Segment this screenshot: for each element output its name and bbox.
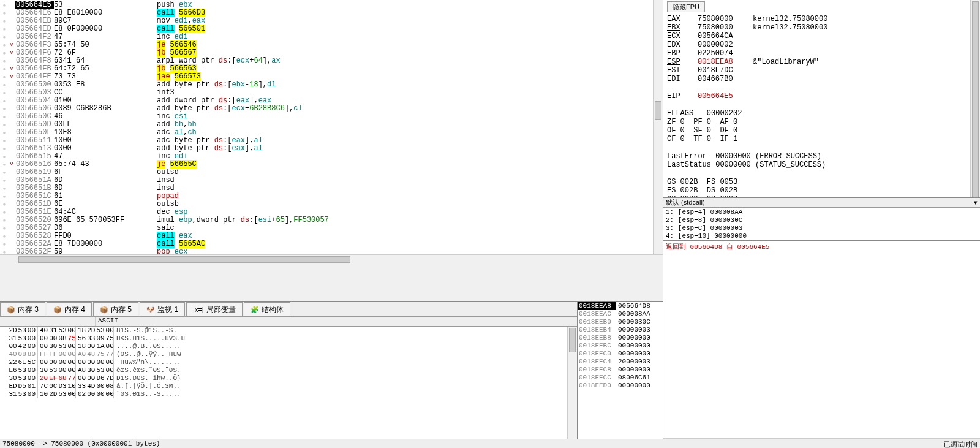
arg-row[interactable]: 4: [esp+10] 00000000 [666,232,978,240]
breakpoint-gutter[interactable]: ● [0,97,9,105]
breakpoint-gutter[interactable]: ● [0,89,9,97]
disasm-row[interactable]: ●0056650F10E8adc al,ch [0,129,653,137]
disasm-row[interactable]: ●00566503CCint3 [0,89,653,97]
disasm-row[interactable]: ●005665060089 C6B8286Badd byte ptr ds:[e… [0,105,653,113]
stack-row[interactable]: 0018EEB400000003 [578,326,663,334]
disasm-row[interactable]: ●005664EDE8 0F000000call 566501 [0,25,653,33]
disasm-row[interactable]: ●v005664F672 6Fjb 566567 [0,49,653,57]
stack-row[interactable]: 0018EEC000000000 [578,350,663,358]
register-row[interactable]: EAX75080000kernel32.75080000 [667,15,967,23]
memory-row[interactable]: 2D530040315300182D530081S.-S.@1S..-S. [0,327,567,335]
disasm-row[interactable]: ●v005664FE73 73jae 566573 [0,73,653,81]
register-eip[interactable]: EIP005664E5 [667,92,967,101]
arg-row[interactable]: 1: [esp+4] 000008AA [666,208,978,216]
disasm-row[interactable]: ●00566527D6salc [0,224,653,232]
disasm-row[interactable]: ●0056652F59pop ecx [0,248,653,254]
tab[interactable]: 📦内存 5 [93,302,138,316]
breakpoint-gutter[interactable]: ● [0,137,9,145]
stack-row[interactable]: 0018EEC420000003 [578,358,663,366]
disasm-row[interactable]: ●0056651C61popad [0,192,653,200]
memory-dump[interactable]: 2D530040315300182D530081S.-S.@1S..-S.315… [0,327,567,448]
breakpoint-gutter[interactable]: ● [0,33,9,41]
stack-row[interactable]: 0018EEA8005664D8 [578,302,663,310]
breakpoint-gutter[interactable]: ● [0,169,9,177]
disasm-row[interactable]: ●0056650C46inc esi [0,113,653,121]
disasm-row[interactable]: ●005664F247inc edi [0,33,653,41]
breakpoint-gutter[interactable]: ● [0,9,9,17]
disasm-row[interactable]: ●0056651547inc edi [0,153,653,161]
disasm-row[interactable]: ●005665196Foutsd [0,169,653,177]
tab[interactable]: 📦内存 3 [0,302,45,316]
memory-row[interactable]: 226E5C0000000000000000 Huw%"n\........ [0,359,567,366]
disasm-row[interactable]: ●005665000053 E8add byte ptr ds:[ebx-18]… [0,81,653,89]
disasm-row[interactable]: ●v005664F365:74 50je 566546 [0,41,653,49]
regs-vscroll[interactable] [970,0,980,197]
register-row[interactable]: ECX005664CA [667,32,967,40]
breakpoint-gutter[interactable]: ● [0,224,9,232]
breakpoint-gutter[interactable]: ● [0,240,9,248]
breakpoint-gutter[interactable]: ● [0,81,9,89]
breakpoint-gutter[interactable]: ● [0,65,9,73]
stack-row[interactable]: 0018EED000000000 [578,382,663,390]
stack-row[interactable]: 0018EEBC00000000 [578,342,663,350]
memory-row[interactable]: 400880FFFF0000A0487577(0S..@..ÿÿ.. Huw [0,351,567,359]
breakpoint-gutter[interactable]: ● [0,25,9,33]
disasm-row[interactable]: ●0056652AE8 7D000000call 5665AC [0,240,653,248]
register-row[interactable]: ESI0018F7DC [667,66,967,75]
stack-row[interactable]: 0018EEB00000030C [578,318,663,326]
breakpoint-gutter[interactable]: ● [0,216,9,224]
breakpoint-gutter[interactable]: ● [0,248,9,254]
disasm-row[interactable]: ●v005664FB64:72 65jb 566563 [0,65,653,73]
memory-row[interactable]: 30530020EF68770000D67DÐ1S.Ð0S. ïhw..Ö} [0,374,567,382]
memory-row[interactable]: E6530030530000A8305300èæS.èæS.¨0S.¨0S. [0,366,567,374]
breakpoint-gutter[interactable]: ● [0,177,9,184]
tab[interactable]: 🧩结构体 [244,302,290,316]
register-row[interactable]: EDI004667B0 [667,75,967,83]
breakpoint-gutter[interactable]: ● [0,200,9,208]
arg-row[interactable]: 2: [esp+8] 0000030C [666,216,978,224]
disasm-row[interactable]: ●0056651B6Dinsd [0,184,653,192]
disasm-row[interactable]: ●005664F86341 64arpl word ptr ds:[ecx+64… [0,57,653,65]
disasm-hscroll[interactable] [0,254,663,264]
breakpoint-gutter[interactable]: ● [0,73,9,81]
breakpoint-gutter[interactable]: ● [0,41,9,49]
breakpoint-gutter[interactable]: ● [0,208,9,216]
hide-fpu-button[interactable]: 隐藏FPU [667,1,705,12]
breakpoint-gutter[interactable]: ● [0,232,9,240]
memory-row[interactable]: 315300102D530002000000¨0S.Ð1S..-S..... [0,390,567,398]
tab[interactable]: 🐶监视 1 [140,302,185,316]
register-row[interactable]: EBX75080000kernel32.75080000 [667,23,967,32]
breakpoint-gutter[interactable]: ● [0,49,9,57]
stack-row[interactable]: 0018EEC800000000 [578,366,663,374]
stack-view[interactable]: 0018EEA8005664D80018EEAC000008AA0018EEB0… [577,302,663,448]
breakpoint-gutter[interactable]: ● [0,1,9,9]
breakpoint-gutter[interactable]: ● [0,105,9,113]
memory-row[interactable]: 3153000000087556330975H<S.H1S.....uV3.u [0,335,567,343]
stack-row[interactable]: 0018EEAC000008AA [578,310,663,318]
register-row[interactable]: EBP02250074 [667,49,967,58]
disasm-row[interactable]: ●0056650D00FFadd bh,bh [0,121,653,129]
breakpoint-gutter[interactable]: ● [0,17,9,25]
args-list[interactable]: 1: [esp+4] 000008AA2: [esp+8] 0000030C3:… [663,208,980,241]
breakpoint-gutter[interactable]: ● [0,129,9,137]
stack-row[interactable]: 0018EEB800000000 [578,334,663,342]
breakpoint-gutter[interactable]: ● [0,153,9,161]
breakpoint-gutter[interactable]: ● [0,113,9,121]
disasm-row[interactable]: ●v0056651665:74 43je 56655C [0,161,653,169]
breakpoint-gutter[interactable]: ● [0,57,9,65]
arg-row[interactable]: 3: [esp+C] 00000003 [666,224,978,232]
callconv-dropdown[interactable]: 默认 (stdcall)▾ [663,198,980,208]
tab[interactable]: 📦内存 4 [47,302,92,316]
memory-row[interactable]: EDD5017C0CD310334D0008á.[.|ÿÕ.|.Ó.3M.. [0,382,567,390]
memory-row[interactable]: 0042000030530018001A00....@.B..0S..... [0,343,567,351]
disasm-row[interactable]: ●0056651D6Eoutsb [0,200,653,208]
stack-row[interactable]: 0018EECC08006C61 [578,374,663,382]
disasm-row[interactable]: ●005665130000add byte ptr ds:[eax],al [0,145,653,153]
disassembly-view[interactable]: ●005664E553push ebx●005664E6E8 E8010000c… [0,0,653,254]
register-row[interactable]: ESP0018EEA8&"LoadLibraryW" [667,58,967,66]
breakpoint-gutter[interactable]: ● [0,145,9,153]
breakpoint-gutter[interactable]: ● [0,184,9,192]
disasm-row[interactable]: ●00566520696E 65 570053FFimul ebp,dword … [0,216,653,224]
breakpoint-gutter[interactable]: ● [0,161,9,169]
disasm-row[interactable]: ●0056651A6Dinsd [0,177,653,184]
